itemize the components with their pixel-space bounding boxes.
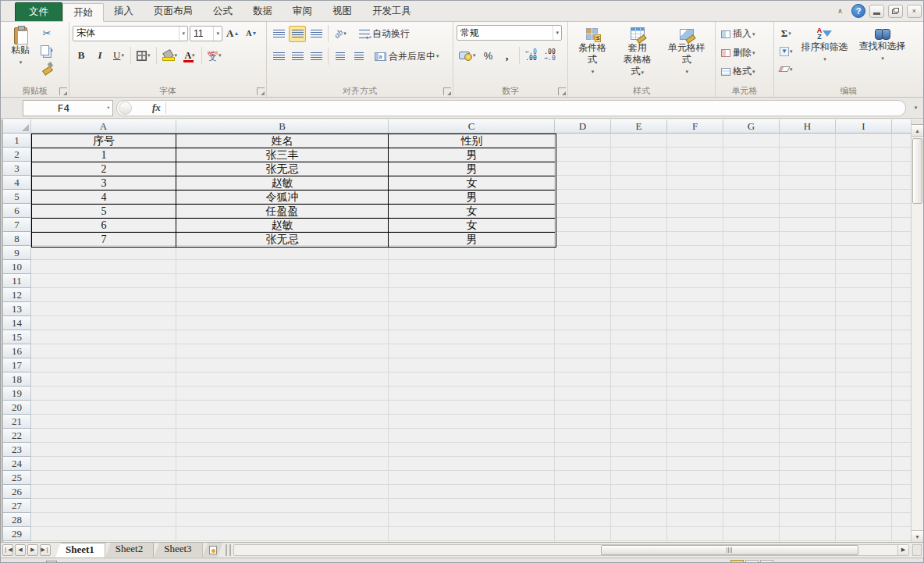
row-header-10[interactable]: 10 [3, 260, 31, 274]
scroll-up-icon[interactable]: ▲ [912, 125, 923, 137]
select-all-corner[interactable] [3, 119, 31, 134]
row-header-25[interactable]: 25 [3, 471, 31, 485]
previous-sheet-icon[interactable]: ◀ [15, 544, 26, 556]
cell[interactable]: 女 [389, 176, 555, 191]
tab-formulas[interactable]: 公式 [203, 2, 243, 21]
decrease-indent-button[interactable] [332, 48, 349, 65]
cell[interactable]: 任盈盈 [176, 205, 389, 219]
cell[interactable]: 5 [32, 205, 176, 219]
row-header-6[interactable]: 6 [3, 204, 31, 218]
sort-filter-button[interactable]: AZ 排序和筛选▾ [797, 25, 853, 67]
row-header-20[interactable]: 20 [3, 401, 31, 415]
close-button[interactable]: × [907, 5, 922, 18]
alignment-dialog-launcher-icon[interactable] [443, 87, 451, 95]
row-header-3[interactable]: 3 [3, 162, 31, 176]
cell[interactable]: 女 [389, 205, 555, 219]
row-header-22[interactable]: 22 [3, 429, 31, 443]
expand-formula-bar-icon[interactable]: ▾ [911, 105, 921, 111]
cell[interactable]: 姓名 [176, 134, 389, 148]
fill-color-button[interactable]: ▾ [160, 48, 180, 64]
tab-split-handle[interactable] [226, 544, 231, 556]
name-box-dropdown-icon[interactable]: ▾ [105, 101, 112, 116]
horizontal-scrollbar[interactable]: ▶ [233, 544, 909, 556]
tab-data[interactable]: 数据 [243, 2, 283, 21]
cell[interactable]: 男 [389, 148, 555, 162]
cell[interactable]: 序号 [32, 134, 176, 148]
autosum-button[interactable]: Σ▾ [777, 25, 795, 41]
cell[interactable]: 4 [32, 191, 176, 205]
tab-page-layout[interactable]: 页面布局 [144, 2, 203, 21]
row-header-18[interactable]: 18 [3, 372, 31, 387]
row-header-5[interactable]: 5 [3, 190, 31, 204]
cell[interactable]: 赵敏 [176, 219, 389, 233]
horizontal-scroll-thumb[interactable] [601, 545, 858, 555]
row-header-27[interactable]: 27 [3, 499, 31, 513]
cell[interactable]: 张无忌 [176, 233, 389, 247]
row-header-19[interactable]: 19 [3, 387, 31, 401]
help-icon[interactable]: ? [851, 4, 865, 18]
format-as-table-button[interactable]: 套用 表格格式▾ [615, 25, 660, 80]
first-sheet-icon[interactable]: ❘◀ [2, 544, 13, 556]
row-header-7[interactable]: 7 [3, 218, 31, 232]
row-header-11[interactable]: 11 [3, 274, 31, 288]
number-dialog-launcher-icon[interactable] [558, 87, 566, 95]
align-left-button[interactable] [270, 48, 287, 65]
cell[interactable]: 令狐冲 [176, 191, 389, 205]
row-header-26[interactable]: 26 [3, 485, 31, 499]
insert-function-button[interactable]: fx [152, 102, 161, 114]
column-header-I[interactable]: I [836, 119, 892, 134]
top-align-button[interactable] [270, 26, 287, 42]
vertical-scroll-thumb[interactable] [912, 138, 922, 204]
restore-button[interactable] [888, 5, 903, 18]
comma-style-button[interactable]: , [499, 48, 516, 64]
format-painter-button[interactable] [38, 59, 55, 76]
insert-worksheet-button[interactable] [203, 543, 223, 558]
row-header-29[interactable]: 29 [3, 527, 31, 541]
next-sheet-icon[interactable]: ▶ [27, 544, 38, 556]
column-header-G[interactable]: G [723, 119, 780, 134]
align-center-button[interactable] [289, 48, 306, 65]
name-box[interactable]: F4 ▾ [23, 100, 113, 116]
cell[interactable]: 张三丰 [176, 148, 389, 162]
formula-input[interactable] [171, 101, 905, 116]
bold-button[interactable]: B [73, 48, 90, 64]
page-break-view-icon[interactable]: ▥ [760, 560, 773, 563]
tab-insert[interactable]: 插入 [104, 2, 144, 21]
font-name-combo[interactable]: 宋体▾ [73, 26, 188, 41]
row-header-1[interactable]: 1 [3, 134, 31, 148]
sheet-tab-sheet3[interactable]: Sheet3 [154, 543, 202, 558]
normal-view-icon[interactable]: ▦ [730, 560, 744, 563]
borders-button[interactable]: ▾ [134, 48, 153, 64]
find-select-button[interactable]: 查找和选择▾ [855, 25, 911, 66]
tab-view[interactable]: 视图 [322, 2, 362, 21]
column-header-A[interactable]: A [31, 119, 176, 134]
insert-cells-button[interactable]: 插入▾ [719, 26, 770, 42]
column-header-F[interactable]: F [667, 119, 723, 134]
font-color-button[interactable]: A▾ [181, 48, 198, 64]
middle-align-button[interactable] [289, 26, 306, 42]
sheet-tab-sheet2[interactable]: Sheet2 [105, 543, 154, 558]
vertical-scrollbar[interactable]: ▲ ▼ [911, 119, 923, 542]
cell[interactable]: 赵敏 [176, 176, 389, 191]
vertical-split-handle[interactable] [912, 119, 923, 125]
tab-review[interactable]: 审阅 [283, 2, 322, 21]
shrink-font-button[interactable]: A▼ [243, 25, 260, 41]
column-header-B[interactable]: B [176, 119, 389, 134]
row-header-23[interactable]: 23 [3, 443, 31, 457]
cell[interactable]: 1 [32, 148, 176, 162]
cell[interactable]: 男 [389, 191, 555, 205]
cell[interactable]: 性别 [389, 134, 555, 148]
font-dialog-launcher-icon[interactable] [257, 87, 265, 95]
fill-button[interactable]: ▼▾ [777, 43, 795, 59]
delete-cells-button[interactable]: 删除▾ [719, 45, 770, 61]
merge-center-button[interactable]: a 合并后居中▾ [372, 48, 442, 65]
tab-home[interactable]: 开始 [62, 3, 104, 22]
row-header-28[interactable]: 28 [3, 513, 31, 527]
orientation-button[interactable]: ab▾ [332, 26, 349, 42]
underline-button[interactable]: U▾ [110, 48, 127, 64]
page-layout-view-icon[interactable]: ▤ [745, 560, 759, 563]
cells-area[interactable]: 序号姓名性别1张三丰男2张无忌男3赵敏女4令狐冲男5任盈盈女6赵敏女7张无忌男 [31, 134, 912, 542]
cell[interactable]: 2 [32, 162, 176, 176]
scroll-right-icon[interactable]: ▶ [897, 545, 908, 555]
row-header-8[interactable]: 8 [3, 232, 31, 246]
